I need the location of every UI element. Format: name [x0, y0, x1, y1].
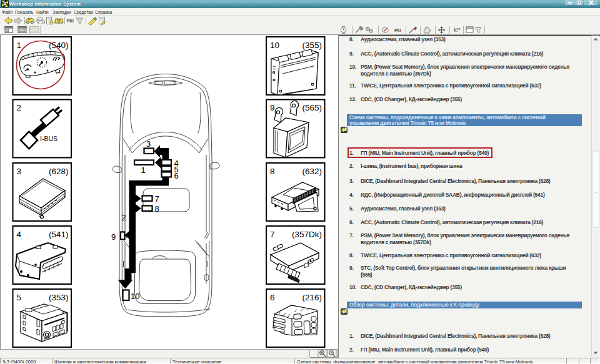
svg-text:1: 1 [17, 41, 22, 50]
svg-text:PKI: PKI [67, 19, 74, 23]
svg-text:(632): (632) [302, 167, 322, 176]
svg-text:7: 7 [270, 230, 275, 239]
svg-text:(628): (628) [49, 167, 69, 176]
svg-text:(565): (565) [302, 103, 322, 112]
svg-text:8: 8 [270, 167, 275, 176]
svg-text:2: 2 [17, 103, 22, 112]
svg-text:4: 4 [17, 230, 22, 239]
svg-text:3: 3 [146, 139, 151, 149]
svg-text:10: 10 [270, 41, 279, 50]
svg-text:8: 8 [155, 204, 159, 214]
svg-text:9: 9 [111, 232, 116, 242]
svg-text:(541): (541) [49, 230, 69, 239]
svg-text:PKI: PKI [394, 28, 401, 32]
svg-text:(353): (353) [49, 293, 69, 302]
svg-text:(216): (216) [302, 293, 322, 302]
svg-text:5: 5 [17, 293, 22, 302]
svg-text:(355): (355) [302, 41, 322, 50]
svg-text:9: 9 [270, 103, 275, 112]
svg-text:I-BUS: I-BUS [40, 135, 58, 142]
svg-text:6: 6 [174, 171, 179, 180]
svg-text:(357Dk): (357Dk) [292, 230, 322, 239]
svg-text:6: 6 [270, 293, 275, 302]
svg-text:3: 3 [17, 167, 22, 176]
svg-text:1: 1 [141, 165, 146, 175]
svg-text:7: 7 [155, 194, 159, 204]
svg-text:10: 10 [131, 292, 139, 301]
svg-text:2: 2 [122, 213, 126, 222]
